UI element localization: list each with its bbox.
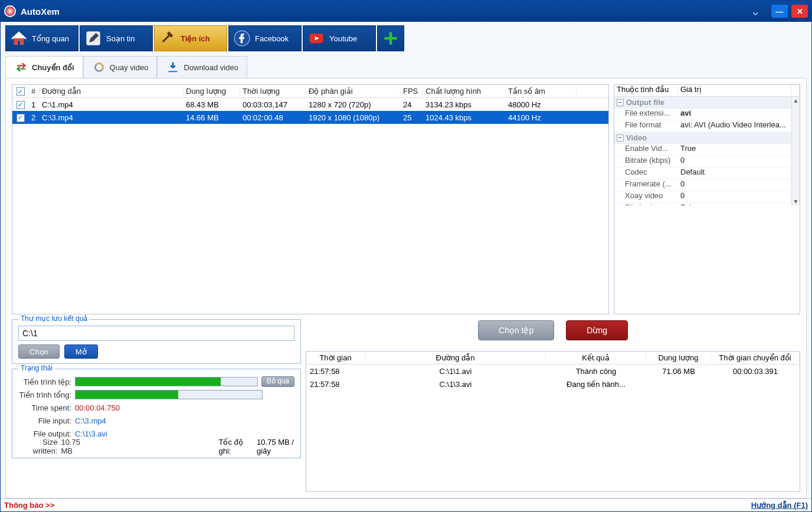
result-row[interactable]: 21:57:58C:\1\1.aviThành công71.06 MB00:0… bbox=[306, 365, 800, 378]
choose-dir-button[interactable]: Chọn bbox=[18, 344, 60, 359]
subtab-record-label: Quay video bbox=[110, 63, 149, 72]
status-group: Trạng thái Tiến trình tệp: Bỏ qua Tiến t… bbox=[12, 369, 301, 458]
youtube-icon bbox=[307, 29, 326, 48]
minimize-button[interactable]: — bbox=[771, 5, 788, 18]
notification-text[interactable]: Thông báo >> bbox=[4, 501, 751, 510]
hammer-icon bbox=[158, 29, 177, 48]
col-res[interactable]: Độ phân giải bbox=[306, 87, 401, 96]
property-grid-header: Thuộc tính đầu ... Giá trị bbox=[614, 85, 800, 97]
convert-icon bbox=[14, 60, 28, 74]
results-header: Thời gian Đường dẫn Kết quả Dung lượng T… bbox=[306, 352, 800, 365]
rcol-time[interactable]: Thời gian bbox=[306, 353, 365, 362]
file-input-value[interactable]: C:\3.mp4 bbox=[75, 416, 106, 425]
close-button[interactable]: ✕ bbox=[791, 5, 808, 18]
col-fps[interactable]: FPS bbox=[401, 87, 423, 96]
size-written-value: 10.75 MB bbox=[61, 438, 85, 455]
file-grid-header: # Đường dẫn Dung lượng Thời lượng Độ phâ… bbox=[12, 85, 608, 98]
tab-facebook-label: Facebook bbox=[255, 34, 289, 43]
collapse-icon[interactable]: − bbox=[617, 99, 624, 106]
chevron-down-icon[interactable]: ⌄ bbox=[750, 4, 761, 19]
choose-file-button[interactable]: Chọn tệp bbox=[478, 320, 554, 340]
time-spent-label: Time spent: bbox=[18, 403, 71, 412]
subtab-convert-label: Chuyển đổi bbox=[32, 63, 74, 72]
write-speed-label: Tốc độ ghi: bbox=[218, 438, 246, 455]
rcol-path[interactable]: Đường dẫn bbox=[365, 353, 546, 362]
file-progress-bar bbox=[75, 377, 258, 386]
facebook-icon bbox=[233, 29, 251, 48]
pg-section[interactable]: −Video bbox=[614, 132, 791, 144]
pg-row[interactable]: File extensi...avi bbox=[614, 109, 791, 120]
tab-youtube[interactable]: Youtube bbox=[303, 25, 376, 51]
pg-row[interactable]: Framerate (...0 bbox=[614, 179, 791, 191]
plus-icon bbox=[381, 29, 400, 48]
pg-row[interactable]: Enable Vid...True bbox=[614, 144, 791, 156]
col-path[interactable]: Đường dẫn bbox=[40, 87, 184, 96]
output-dir-legend: Thư mục lưu kết quả bbox=[18, 314, 90, 323]
time-spent-value: 00:00:04.750 bbox=[75, 403, 120, 412]
rcol-size[interactable]: Dung lượng bbox=[646, 353, 711, 362]
rcol-result[interactable]: Kết quả bbox=[546, 353, 646, 362]
file-progress-label: Tiến trình tệp: bbox=[18, 378, 71, 386]
tab-facebook[interactable]: Facebook bbox=[228, 25, 302, 51]
main-tabs: Tổng quan Soạn tin Tiện ích Facebook You… bbox=[5, 25, 807, 51]
tab-overview[interactable]: Tổng quan bbox=[5, 25, 78, 51]
file-output-value[interactable]: C:\1\3.avi bbox=[75, 429, 107, 438]
record-icon bbox=[92, 60, 106, 74]
tab-compose-label: Soạn tin bbox=[106, 34, 135, 43]
file-grid[interactable]: # Đường dẫn Dung lượng Thời lượng Độ phâ… bbox=[12, 84, 609, 314]
download-icon bbox=[166, 60, 180, 74]
file-row[interactable]: 1C:\1.mp468.43 MB 00:03:03.1471280 x 720… bbox=[12, 98, 608, 111]
tab-utilities[interactable]: Tiện ích bbox=[154, 25, 227, 51]
open-dir-button[interactable]: Mở bbox=[64, 344, 98, 359]
write-speed-value: 10.75 MB / giây bbox=[257, 438, 294, 455]
row-checkbox[interactable] bbox=[17, 101, 25, 109]
pg-row[interactable]: CodecDefault bbox=[614, 168, 791, 179]
total-progress-bar bbox=[75, 390, 263, 399]
pg-row[interactable]: Bitrate (kbps)0 bbox=[614, 156, 791, 168]
rcol-conv[interactable]: Thời gian chuyển đổi bbox=[711, 353, 800, 362]
result-row[interactable]: 21:57:58C:\1\3.aviĐang tiến hành... bbox=[306, 378, 800, 390]
app-title: AutoXem bbox=[21, 6, 750, 17]
subtab-record[interactable]: Quay video bbox=[83, 56, 158, 78]
output-dir-input[interactable] bbox=[18, 326, 294, 341]
tab-utilities-label: Tiện ích bbox=[181, 34, 210, 43]
app-logo-icon bbox=[4, 5, 16, 17]
total-progress-label: Tiến trình tổng: bbox=[18, 390, 71, 399]
output-dir-group: Thư mục lưu kết quả Chọn Mở bbox=[12, 319, 301, 364]
col-size[interactable]: Dung lượng bbox=[184, 87, 240, 96]
status-legend: Trạng thái bbox=[18, 364, 55, 372]
col-num[interactable]: # bbox=[29, 87, 40, 96]
tab-overview-label: Tổng quan bbox=[32, 34, 69, 43]
stop-button[interactable]: Dừng bbox=[566, 320, 628, 340]
property-grid[interactable]: Thuộc tính đầu ... Giá trị −Output fileF… bbox=[614, 84, 800, 314]
help-link[interactable]: Hướng dẫn (F1) bbox=[751, 501, 808, 510]
col-vbitrate[interactable]: Chất lượng hình bbox=[423, 87, 506, 96]
subtab-download[interactable]: Download video bbox=[157, 56, 247, 78]
collapse-icon[interactable]: − bbox=[617, 134, 624, 142]
pen-icon bbox=[84, 29, 103, 48]
pg-row[interactable]: Xoay video0 bbox=[614, 191, 791, 203]
scroll-down-icon[interactable]: ▼ bbox=[793, 198, 800, 205]
size-written-label: Size written: bbox=[18, 438, 57, 455]
results-grid[interactable]: Thời gian Đường dẫn Kết quả Dung lượng T… bbox=[306, 351, 800, 492]
home-icon bbox=[9, 29, 28, 48]
pg-row[interactable]: Flip horizont..False bbox=[614, 203, 791, 205]
status-bar: Thông báo >> Hướng dẫn (F1) bbox=[1, 498, 811, 511]
sub-tabs: Chuyển đổi Quay video Download video bbox=[5, 56, 807, 78]
pg-section[interactable]: −Output file bbox=[614, 97, 791, 109]
file-output-label: File output: bbox=[18, 429, 71, 438]
file-row[interactable]: 2C:\3.mp414.66 MB 00:02:00.481920 x 1080… bbox=[12, 111, 608, 124]
titlebar: AutoXem ⌄ — ✕ bbox=[1, 1, 811, 22]
subtab-convert[interactable]: Chuyển đổi bbox=[5, 56, 83, 78]
col-duration[interactable]: Thời lượng bbox=[240, 87, 306, 96]
pg-row[interactable]: File formatavi: AVI (Audio Video Interle… bbox=[614, 120, 791, 132]
skip-button[interactable]: Bỏ qua bbox=[261, 376, 294, 387]
check-all[interactable] bbox=[17, 87, 25, 96]
col-arate[interactable]: Tần số âm bbox=[506, 87, 577, 96]
tab-add[interactable] bbox=[377, 25, 404, 51]
property-grid-scrollbar[interactable]: ▲ ▼ bbox=[791, 97, 800, 205]
row-checkbox[interactable] bbox=[17, 114, 25, 122]
file-input-label: File input: bbox=[18, 416, 71, 425]
scroll-up-icon[interactable]: ▲ bbox=[793, 97, 800, 104]
tab-compose[interactable]: Soạn tin bbox=[80, 25, 153, 51]
